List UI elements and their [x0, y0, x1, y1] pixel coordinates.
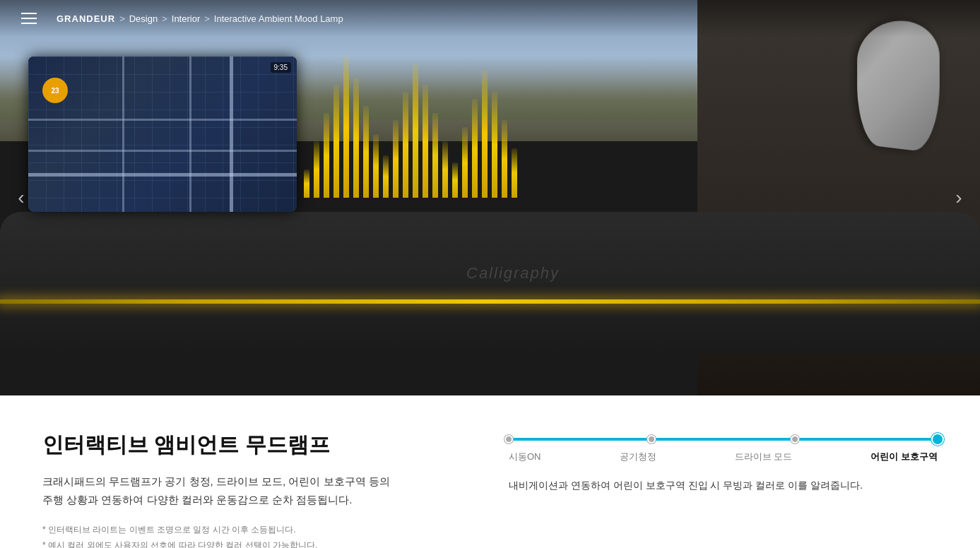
mode-label-2[interactable]: 드라이브 모드	[735, 451, 793, 463]
ambient-bar	[314, 141, 319, 198]
breadcrumb-sep1: >	[119, 13, 125, 24]
map-road	[28, 150, 297, 152]
slider-fill	[509, 438, 938, 441]
ambient-bar	[462, 127, 468, 198]
ambient-light-bars	[304, 42, 502, 198]
map-grid	[28, 56, 297, 212]
feature-description: 크래시패드의 무드램프가 공기 청정, 드라이브 모드, 어린이 보호구역 등의…	[42, 472, 452, 508]
breadcrumb-sep3: >	[204, 13, 210, 24]
ambient-bar	[324, 113, 329, 198]
breadcrumb-current: Interactive Ambient Mood Lamp	[214, 13, 343, 24]
mode-label-1[interactable]: 공기청정	[620, 451, 656, 463]
ambient-bar	[472, 99, 478, 198]
ambient-bar	[482, 71, 488, 198]
yellow-ambient-strip	[0, 299, 980, 304]
ambient-bar	[413, 64, 418, 198]
slider-dot-2[interactable]	[791, 435, 799, 443]
brand-name: GRANDEUR	[57, 13, 115, 24]
ambient-bar	[304, 169, 309, 198]
slider-dot-1[interactable]	[647, 435, 656, 443]
ambient-bar	[383, 155, 389, 198]
map-road	[28, 119, 297, 121]
infotainment-screen: 23 9:35	[28, 56, 297, 212]
ambient-bar	[353, 78, 359, 198]
ambient-bar	[423, 85, 428, 198]
next-arrow[interactable]: ›	[945, 184, 973, 212]
ambient-bar	[502, 120, 507, 198]
ambient-bar	[432, 113, 438, 198]
breadcrumb-sep2: >	[162, 13, 167, 24]
ambient-bar	[363, 106, 369, 198]
ambient-bar	[403, 92, 408, 198]
info-section: 인터랙티브 앰비언트 무드램프 크래시패드의 무드램프가 공기 청정, 드라이브…	[0, 395, 980, 548]
dash-panel	[0, 212, 980, 353]
breadcrumb-design[interactable]: Design	[129, 13, 158, 24]
ambient-bar	[452, 162, 458, 198]
hamburger-menu[interactable]	[21, 13, 37, 24]
note-1: * 인터랙티브 라이트는 이벤트 조명으로 일정 시간 이후 소등됩니다.	[42, 523, 452, 538]
ambient-bar	[393, 120, 399, 198]
mode-slider: 시동ON공기청정드라이브 모드어린이 보호구역	[509, 438, 938, 463]
breadcrumb-interior[interactable]: Interior	[172, 13, 200, 24]
ambient-bar	[373, 134, 379, 198]
mode-label-3[interactable]: 어린이 보호구역	[870, 451, 938, 463]
calligraphy-watermark: Calligraphy	[466, 264, 560, 282]
ambient-bar	[343, 56, 349, 198]
map-road	[122, 56, 124, 212]
ambient-bar	[333, 85, 339, 198]
info-notes: * 인터랙티브 라이트는 이벤트 조명으로 일정 시간 이후 소등됩니다. * …	[42, 523, 452, 548]
info-right: 시동ON공기청정드라이브 모드어린이 보호구역 내비게이션과 연동하여 어린이 …	[509, 431, 938, 548]
breadcrumb: GRANDEUR > Design > Interior > Interacti…	[57, 13, 343, 24]
hero-section: 🚸 🚸 23	[0, 0, 980, 395]
slider-track	[509, 438, 938, 441]
screen-map	[28, 56, 297, 212]
prev-arrow[interactable]: ‹	[7, 184, 35, 212]
time-display: 9:35	[271, 62, 291, 73]
map-road-main	[230, 56, 233, 212]
map-road	[189, 56, 191, 212]
prev-arrow-icon: ‹	[18, 186, 24, 209]
next-arrow-icon: ›	[955, 186, 962, 209]
ambient-bar	[492, 92, 497, 198]
note-2: * 예시 컬러 외에도 사용자의 선호에 따라 다양한 컬러 선택이 가능합니다…	[42, 538, 452, 548]
ambient-bar	[512, 148, 517, 198]
slider-dot-0[interactable]	[504, 435, 513, 443]
mode-description: 내비게이션과 연동하여 어린이 보호구역 진입 시 무빙과 컬러로 이를 알려줍…	[509, 477, 938, 494]
header-nav: GRANDEUR > Design > Interior > Interacti…	[0, 0, 980, 37]
mode-labels: 시동ON공기청정드라이브 모드어린이 보호구역	[509, 451, 938, 463]
info-left: 인터랙티브 앰비언트 무드램프 크래시패드의 무드램프가 공기 청정, 드라이브…	[42, 431, 452, 548]
speed-indicator: 23	[42, 78, 68, 103]
slider-dot-3[interactable]	[931, 433, 944, 446]
mode-label-0[interactable]: 시동ON	[509, 451, 541, 463]
map-road-main	[28, 173, 297, 177]
feature-title: 인터랙티브 앰비언트 무드램프	[42, 431, 452, 458]
ambient-bar	[442, 141, 448, 198]
